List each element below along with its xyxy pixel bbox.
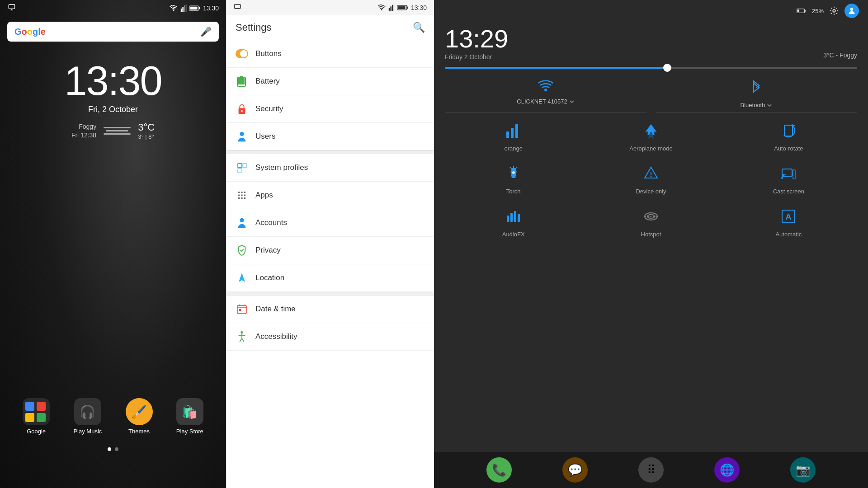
- qs-dock-apps[interactable]: ⠿: [638, 457, 664, 483]
- mic-icon[interactable]: 🎤: [200, 26, 212, 37]
- qs-clock-area: 13:29 Friday 2 October: [445, 26, 508, 61]
- settings-item-privacy[interactable]: Privacy: [226, 237, 434, 264]
- dock-phone[interactable]: 📞: [17, 455, 42, 481]
- app-play-store-label: Play Store: [176, 428, 203, 435]
- brightness-track[interactable]: [445, 67, 857, 69]
- dock-apps[interactable]: ⠿: [100, 455, 126, 481]
- tile-audiofx-label: AudioFX: [502, 231, 525, 238]
- fog-icon: [104, 127, 131, 135]
- location-icon: [236, 272, 248, 284]
- settings-item-location[interactable]: Location: [226, 264, 434, 292]
- qs-wifi-item[interactable]: CLICKNET-410572: [445, 80, 646, 113]
- apps-icon: [236, 189, 248, 202]
- qs-dock-messages[interactable]: 💬: [562, 457, 588, 483]
- settings-battery-label: Battery: [255, 77, 280, 86]
- settings-item-security[interactable]: Security: [226, 95, 434, 123]
- tile-torch-label: Torch: [506, 188, 521, 195]
- qs-tile-aeroplane[interactable]: Aeroplane mode: [582, 120, 719, 152]
- settings-item-accounts[interactable]: Accounts: [226, 209, 434, 237]
- tile-device-label: Device only: [636, 188, 666, 195]
- svg-rect-26: [243, 164, 247, 168]
- settings-screen-icon: [234, 4, 242, 10]
- app-themes-label: Themes: [128, 428, 150, 435]
- toggle-icon: [236, 47, 248, 60]
- qs-tile-audiofx[interactable]: AudioFX: [445, 206, 582, 238]
- settings-gear-icon[interactable]: [829, 6, 839, 16]
- settings-users-label: Users: [255, 132, 275, 141]
- qs-tile-orange[interactable]: orange: [445, 120, 582, 152]
- qs-header: 13:29 Friday 2 October 3°C - Foggy: [434, 22, 868, 63]
- torch-tile-icon: [503, 163, 524, 184]
- svg-point-53: [544, 89, 547, 91]
- qs-tile-cast[interactable]: Cast screen: [720, 163, 857, 195]
- accounts-icon: [236, 216, 248, 229]
- settings-item-datetime[interactable]: Date & time: [226, 296, 434, 323]
- settings-status-icons: 13:30: [377, 4, 427, 11]
- app-play-music-label: Play Music: [73, 428, 102, 435]
- svg-rect-7: [199, 7, 200, 9]
- qs-bluetooth-item[interactable]: Bluetooth: [656, 80, 857, 113]
- brightness-thumb[interactable]: [663, 64, 671, 72]
- settings-item-battery[interactable]: Battery: [226, 68, 434, 95]
- settings-security-label: Security: [255, 104, 283, 113]
- settings-battery-icon: [397, 5, 408, 11]
- device-tile-icon: [640, 163, 662, 184]
- settings-item-buttons[interactable]: Buttons: [226, 40, 434, 68]
- accessibility-icon: [236, 330, 248, 343]
- search-bar[interactable]: Google 🎤: [7, 22, 219, 42]
- qs-dock-phone[interactable]: 📞: [486, 457, 512, 483]
- settings-wifi-icon: [377, 5, 386, 11]
- battery-icon: [189, 5, 200, 11]
- qs-dock-browser[interactable]: 🌐: [714, 457, 740, 483]
- svg-line-62: [510, 167, 511, 168]
- svg-rect-20: [238, 78, 245, 84]
- qs-tile-autorotate[interactable]: Auto-rotate: [720, 120, 857, 152]
- settings-item-apps[interactable]: Apps: [226, 182, 434, 209]
- qs-tile-automatic[interactable]: A Automatic: [720, 206, 857, 238]
- svg-rect-58: [511, 168, 516, 171]
- automatic-tile-icon: A: [778, 206, 799, 227]
- page-indicator: [0, 447, 226, 451]
- qs-status-bar: 25%: [434, 0, 868, 22]
- settings-search-icon[interactable]: 🔍: [413, 22, 425, 33]
- weather-label: Foggy Fri 12:38: [71, 122, 96, 139]
- svg-point-22: [241, 110, 243, 112]
- app-google-label: Google: [27, 428, 46, 435]
- svg-point-51: [833, 9, 835, 12]
- qs-date: Friday 2 October: [445, 53, 508, 61]
- svg-rect-55: [511, 128, 514, 138]
- audiofx-tile-icon: [503, 206, 524, 227]
- app-google[interactable]: Google: [23, 398, 50, 435]
- svg-point-59: [512, 171, 515, 174]
- settings-panel: 13:30 Settings 🔍 Buttons: [226, 0, 434, 488]
- svg-point-36: [240, 218, 244, 222]
- qs-network-row: CLICKNET-410572 Bluetooth: [434, 76, 868, 116]
- qs-tile-device-only[interactable]: Device only: [582, 163, 719, 195]
- svg-rect-70: [510, 213, 513, 222]
- svg-point-67: [781, 177, 783, 179]
- qs-tile-hotspot[interactable]: Hotspot: [582, 206, 719, 238]
- svg-line-46: [240, 338, 242, 342]
- svg-point-29: [244, 192, 246, 193]
- brightness-control[interactable]: [434, 63, 868, 76]
- svg-rect-25: [238, 169, 242, 173]
- app-play-music[interactable]: 🎧 Play Music: [73, 398, 102, 435]
- play-music-icon: 🎧: [74, 398, 101, 425]
- play-store-icon: 🛍️: [176, 398, 203, 425]
- dock-browser[interactable]: 🌐: [142, 455, 167, 481]
- hotspot-tile-icon: [640, 206, 662, 227]
- settings-item-users[interactable]: Users: [226, 123, 434, 150]
- dock-messages[interactable]: 💬: [59, 455, 84, 481]
- svg-rect-4: [184, 5, 185, 12]
- settings-item-accessibility[interactable]: Accessibility: [226, 323, 434, 351]
- settings-item-system-profiles[interactable]: System profiles: [226, 154, 434, 182]
- app-play-store[interactable]: 🛍️ Play Store: [176, 398, 203, 435]
- app-themes[interactable]: 🖌️ Themes: [126, 398, 153, 435]
- user-avatar[interactable]: [844, 4, 859, 18]
- qs-tile-torch[interactable]: Torch: [445, 163, 582, 195]
- qs-clock: 13:29: [445, 26, 508, 52]
- dock-camera[interactable]: 📷: [184, 455, 209, 481]
- home-status-bar: 13:30: [0, 0, 226, 16]
- qs-dock-camera[interactable]: 📷: [790, 457, 816, 483]
- rotate-tile-icon: [778, 120, 799, 141]
